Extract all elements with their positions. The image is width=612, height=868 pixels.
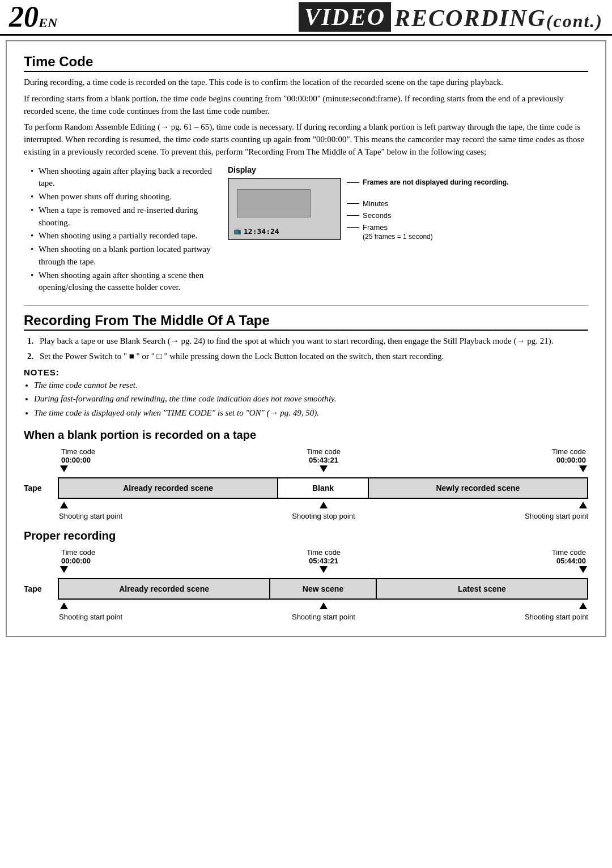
display-area: When shooting again after playing back a… [24,165,588,299]
proper-label1: Shooting start point [59,613,271,621]
annotation-frames: Frames [347,223,509,232]
tape-segment-recorded: Already recorded scene [59,478,278,498]
annotation-minutes: Minutes [347,199,509,208]
tape-segment-recorded: Already recorded scene [59,579,270,598]
list-item: When shooting on a blank portion located… [31,243,216,268]
timecode-section: Time Code During recording, a time code … [24,54,588,298]
blank-diagram-title: When a blank portion is recorded on a ta… [24,429,588,442]
proper-tc1: Time code 00:00:00 [59,548,271,565]
notes-title: NOTES: [24,367,588,377]
display-label: Display [228,165,588,174]
annotation-seconds: Seconds [347,211,509,220]
blank-arrow-labels: Shooting start point Shooting stop point… [59,512,588,520]
arrow-down-icon [60,566,68,573]
arrow-down-icon [320,566,328,573]
recording-title: Recording From The Middle Of A Tape [24,313,588,331]
proper-diagram-section: Proper recording Time code 00:00:00 Time… [24,529,588,621]
list-item: When shooting again after playing back a… [31,165,216,190]
tape-segment-new: Newly recorded scene [369,478,587,498]
arrow-up-icon [320,602,328,609]
timecode-para1: During recording, a time code is recorde… [24,76,588,89]
proper-arrow-labels: Shooting start point Shooting start poin… [59,613,588,621]
blank-tc3: Time code 00:00:00 [368,447,588,464]
arrow-down-icon [579,465,587,472]
proper-diagram-title: Proper recording [24,529,588,542]
arrow-up-icon [60,602,68,609]
title-recording: RECORDING [394,5,546,32]
tape-label: Tape [24,484,58,493]
frames-value: (25 frames = 1 second) [363,233,509,241]
proper-tc3: Time code 05:44:00 [376,548,588,565]
arrow-up-icon [320,502,328,508]
title-video: VIDEO [299,2,391,32]
page-header: 20EN VIDEO RECORDING (cont.) [0,0,612,36]
tape-segment-latest: Latest scene [377,579,587,598]
page-num-text: 20 [9,2,39,32]
timecode-display: 📺 12:34:24 [233,227,279,236]
list-item: When shooting using a partially recorded… [31,230,216,242]
main-content: Time Code During recording, a time code … [6,40,606,637]
display-box: 📺 12:34:24 [228,178,341,240]
tape-label: Tape [24,584,58,593]
conditions-list: When shooting again after playing back a… [31,165,216,294]
section-divider [24,305,588,306]
recording-section: Recording From The Middle Of A Tape 1. P… [24,313,588,420]
proper-tape-row: Tape Already recorded scene New scene La… [24,575,588,602]
proper-timecodes: Time code 00:00:00 Time code 05:43:21 Ti… [59,548,588,565]
page-suffix-text: EN [39,16,57,29]
blank-arrows-above [59,465,588,474]
display-annotations: Frames are not displayed during recordin… [341,178,509,241]
proper-label3: Shooting start point [376,613,588,621]
blank-arrows-below [59,502,588,511]
blank-label2: Shooting stop point [279,512,369,520]
timecode-para3: To perform Random Assemble Editing (→ pg… [24,121,588,158]
proper-arrows-below [59,602,588,612]
arrow-down-icon [579,566,587,573]
list-item: When power shuts off during shooting. [31,191,216,203]
blank-label1: Shooting start point [59,512,279,520]
tape-track: Already recorded scene New scene Latest … [58,578,588,600]
display-diagram: Display 📺 12:34:24 [228,165,588,299]
blank-timecodes: Time code 00:00:00 Time code 05:43:21 Ti… [59,447,588,464]
list-item-step1: 1. Play back a tape or use Blank Search … [27,335,588,348]
timecode-para2: If recording starts from a blank portion… [24,93,588,118]
blank-diagram-section: When a blank portion is recorded on a ta… [24,429,588,520]
list-item: When a tape is removed and re-inserted d… [31,204,216,229]
title-cont: (cont.) [546,11,603,32]
notes-list: The time code cannot be reset. During fa… [34,379,588,420]
note-item: The time code cannot be reset. [34,379,588,392]
arrow-down-icon [60,465,68,472]
tape-segment-new-scene: New scene [270,579,377,598]
note-item: The time code is displayed only when "TI… [34,407,588,420]
timecode-title: Time Code [24,54,588,72]
blank-label3: Shooting start point [368,512,588,520]
list-item: When shooting again after shooting a sce… [31,270,216,294]
tape-track: Already recorded scene Blank Newly recor… [58,477,588,499]
steps-list: 1. Play back a tape or use Blank Search … [27,335,588,363]
page-title: VIDEO RECORDING (cont.) [57,2,603,32]
arrow-up-icon [579,502,587,508]
arrow-up-icon [579,602,587,609]
note-item: During fast-forwarding and rewinding, th… [34,393,588,405]
camera-icon: 📺 [233,228,241,235]
tape-segment-blank: Blank [278,478,369,498]
blank-tape-row: Tape Already recorded scene Blank Newly … [24,474,588,502]
arrow-up-icon [60,502,68,508]
proper-arrows-above [59,566,588,575]
blank-tc1: Time code 00:00:00 [59,447,279,464]
page-number: 20EN [9,2,57,32]
blank-tc2: Time code 05:43:21 [279,447,368,464]
proper-label2: Shooting start point [271,613,377,621]
annotation-frames-note: Frames are not displayed during recordin… [347,178,509,187]
arrow-down-icon [320,465,328,472]
list-item-step2: 2. Set the Power Switch to " ■ " or " □ … [27,350,588,363]
proper-tc2: Time code 05:43:21 [271,548,376,565]
bullet-list-container: When shooting again after playing back a… [24,165,216,299]
